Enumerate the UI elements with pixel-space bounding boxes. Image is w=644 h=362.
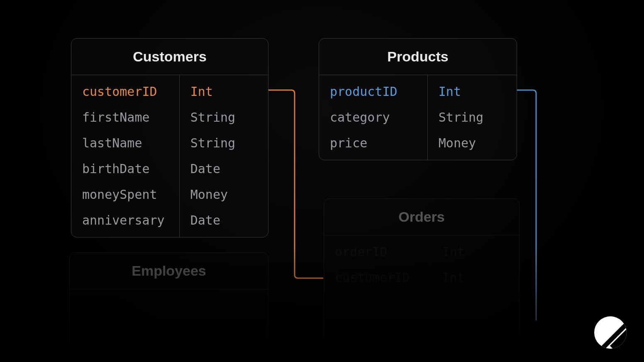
table-orders: Orders orderID customerID Int Int	[324, 198, 520, 348]
field-type: Money	[439, 136, 506, 151]
table-title: Employees	[70, 253, 268, 289]
field-name: orderID	[335, 245, 420, 259]
column-types: Int String Money	[428, 75, 517, 160]
field-name: price	[330, 136, 417, 151]
table-title: Products	[319, 39, 517, 75]
field-type: Int	[442, 245, 509, 259]
field-name: birthDate	[82, 161, 168, 176]
field-name: lastName	[82, 136, 168, 151]
field-type: Date	[190, 213, 257, 228]
column-names: productID category price	[319, 75, 428, 160]
field-type: Date	[190, 161, 257, 176]
field-type: Int	[442, 270, 509, 285]
table-customers: Customers customerID firstName lastName …	[71, 38, 268, 237]
table-employees: Employees	[69, 252, 268, 360]
column-types: Int String String Date Money Date	[180, 75, 268, 237]
field-name: anniversary	[82, 213, 168, 228]
field-name: firstName	[82, 110, 168, 125]
field-type: Int	[190, 84, 257, 99]
column-names: orderID customerID	[324, 235, 432, 294]
table-body: productID category price Int String Mone…	[319, 75, 517, 160]
field-name: customerID	[82, 84, 168, 99]
column-types: Int Int	[432, 235, 520, 294]
table-title: Customers	[71, 39, 268, 75]
field-name: productID	[330, 84, 417, 99]
table-products: Products productID category price Int St…	[319, 38, 517, 160]
table-body: orderID customerID Int Int	[324, 235, 519, 294]
field-type: String	[190, 136, 257, 151]
schema-diagram: Customers customerID firstName lastName …	[0, 0, 644, 362]
field-name: category	[330, 110, 417, 125]
field-type: Money	[190, 187, 257, 202]
column-names: customerID firstName lastName birthDate …	[71, 75, 180, 237]
field-type: String	[439, 110, 506, 125]
planetscale-logo-icon	[594, 316, 627, 349]
field-name: customerID	[335, 270, 420, 285]
field-type: Int	[439, 84, 506, 99]
relation-connector-blue	[517, 88, 542, 320]
table-body: customerID firstName lastName birthDate …	[71, 75, 268, 237]
field-name: moneySpent	[82, 187, 168, 202]
relation-connector-orange	[268, 88, 327, 283]
field-type: String	[190, 110, 257, 125]
table-title: Orders	[324, 199, 519, 235]
